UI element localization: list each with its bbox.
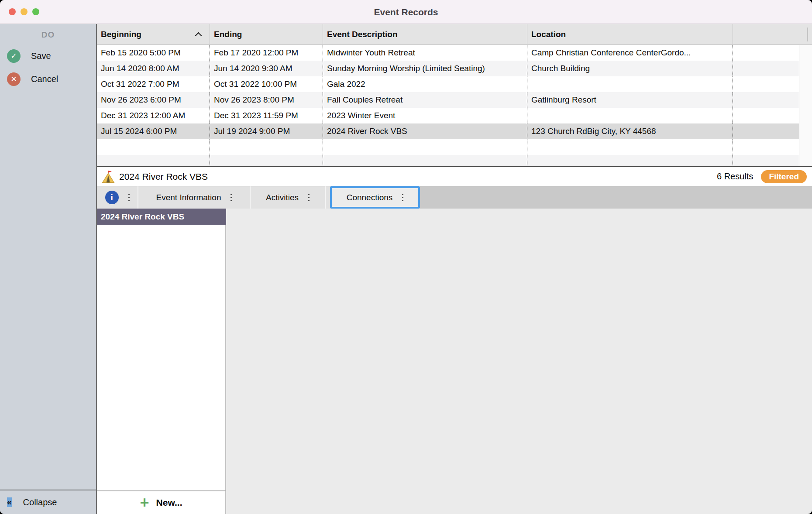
- vertical-scrollbar[interactable]: [799, 45, 812, 166]
- table-row[interactable]: Feb 15 2020 5:00 PM Feb 17 2020 12:00 PM…: [97, 45, 799, 61]
- results-count: 6 Results: [717, 171, 753, 182]
- cell-empty: [97, 155, 210, 166]
- vertical-dots-icon[interactable]: [308, 194, 310, 201]
- connections-panel: 2024 River Rock VBS + New...: [97, 209, 812, 514]
- cell-beginning: Oct 31 2022 7:00 PM: [97, 76, 210, 92]
- column-header-label: Event Description: [327, 30, 398, 39]
- cell-beginning: Jun 14 2020 8:00 AM: [97, 61, 210, 76]
- cell-event-description: Fall Couples Retreat: [323, 92, 527, 108]
- title-bar: Event Records: [0, 0, 812, 24]
- sidebar: DO ✓ Save ✕ Cancel « Collapse: [0, 24, 97, 514]
- related-records-portal: 2024 River Rock VBS + New...: [97, 209, 226, 514]
- column-header-beginning[interactable]: Beginning: [97, 24, 210, 45]
- table-header-row: Beginning Ending Event Description Locat…: [97, 24, 812, 45]
- save-button[interactable]: ✓ Save: [7, 49, 96, 63]
- table-row-empty: [97, 155, 799, 166]
- cell-empty: [210, 155, 323, 166]
- collapse-button-label: Collapse: [23, 497, 57, 507]
- cell-location: Camp Christian Conference CenterGordo...: [527, 45, 733, 61]
- cell-beginning: Feb 15 2020 5:00 PM: [97, 45, 210, 61]
- cell-event-description: 2023 Winter Event: [323, 108, 527, 123]
- cell-ending: Dec 31 2023 11:59 PM: [210, 108, 323, 123]
- vertical-dots-icon[interactable]: [402, 194, 403, 201]
- record-status-bar: 2024 River Rock VBS 6 Results Filtered: [97, 167, 812, 186]
- cell-empty: [733, 139, 799, 155]
- column-header-ending[interactable]: Ending: [210, 24, 323, 45]
- cell-empty: [733, 45, 799, 61]
- check-circle-icon: ✓: [7, 49, 21, 63]
- cell-ending: Oct 31 2022 10:00 PM: [210, 76, 323, 92]
- vertical-dots-icon[interactable]: [128, 194, 130, 201]
- table-row[interactable]: Nov 26 2023 6:00 PM Nov 26 2023 8:00 PM …: [97, 92, 799, 108]
- cancel-button[interactable]: ✕ Cancel: [7, 72, 96, 86]
- table-row-empty: [97, 139, 799, 155]
- collapse-button[interactable]: « Collapse: [0, 490, 96, 514]
- cell-empty: [323, 139, 527, 155]
- save-button-label: Save: [31, 51, 51, 61]
- content-area: Beginning Ending Event Description Locat…: [97, 24, 812, 514]
- column-header-location[interactable]: Location: [527, 24, 733, 45]
- cell-event-description: Sunday Morning Worship (Limited Seating): [323, 61, 527, 76]
- filtered-badge[interactable]: Filtered: [761, 170, 807, 183]
- cell-beginning: Nov 26 2023 6:00 PM: [97, 92, 210, 108]
- table-row-selected[interactable]: Jul 15 2024 6:00 PM Jul 19 2024 9:00 PM …: [97, 123, 799, 139]
- column-header-label: Ending: [214, 30, 242, 39]
- new-button-label: New...: [156, 497, 182, 508]
- cell-ending: Jul 19 2024 9:00 PM: [210, 123, 323, 139]
- cell-location: Gatlinburg Resort: [527, 92, 733, 108]
- tent-icon: [101, 170, 115, 183]
- tab-activities[interactable]: Activities: [251, 186, 326, 209]
- current-record-title: 2024 River Rock VBS: [119, 171, 208, 182]
- cell-empty: [323, 155, 527, 166]
- tab-strip: i Event Information Activities Connectio…: [97, 186, 420, 209]
- cell-empty: [210, 139, 323, 155]
- portal-header: 2024 River Rock VBS: [97, 209, 226, 225]
- cell-event-description: 2024 River Rock VBS: [323, 123, 527, 139]
- vertical-dots-icon[interactable]: [231, 194, 232, 201]
- cell-beginning: Dec 31 2023 12:00 AM: [97, 108, 210, 123]
- tab-connections-selected[interactable]: Connections: [330, 186, 420, 209]
- table-body: Feb 15 2020 5:00 PM Feb 17 2020 12:00 PM…: [97, 45, 812, 166]
- info-tab-button[interactable]: i: [97, 186, 138, 209]
- cell-location: [527, 108, 733, 123]
- portal-list[interactable]: [97, 225, 226, 490]
- scrollbar-top-icon: [807, 27, 808, 41]
- info-circle-icon: i: [105, 191, 119, 204]
- cell-ending: Jun 14 2020 9:30 AM: [210, 61, 323, 76]
- cell-empty: [733, 108, 799, 123]
- column-header-label: Location: [531, 30, 566, 39]
- cancel-button-label: Cancel: [31, 74, 58, 84]
- cell-ending: Nov 26 2023 8:00 PM: [210, 92, 323, 108]
- tab-bar: i Event Information Activities Connectio…: [97, 186, 812, 209]
- event-records-window: Event Records DO ✓ Save ✕ Cancel « Colla…: [0, 0, 812, 514]
- tab-event-information[interactable]: Event Information: [138, 186, 251, 209]
- table-row[interactable]: Dec 31 2023 12:00 AM Dec 31 2023 11:59 P…: [97, 108, 799, 123]
- sort-ascending-icon: [195, 32, 202, 39]
- cell-empty: [733, 155, 799, 166]
- x-circle-icon: ✕: [7, 72, 21, 86]
- double-chevron-left-icon: «: [7, 497, 12, 507]
- sidebar-section-label: DO: [0, 30, 96, 40]
- cell-beginning: Jul 15 2024 6:00 PM: [97, 123, 210, 139]
- cell-empty: [733, 76, 799, 92]
- cell-empty: [527, 155, 733, 166]
- cell-empty: [733, 92, 799, 108]
- cell-location: 123 Church RdBig City, KY 44568: [527, 123, 733, 139]
- column-header-event-description[interactable]: Event Description: [323, 24, 527, 45]
- tab-label: Activities: [266, 193, 299, 202]
- cell-ending: Feb 17 2020 12:00 PM: [210, 45, 323, 61]
- tab-label: Connections: [347, 193, 393, 202]
- column-header-label: Beginning: [101, 30, 141, 39]
- plus-icon: +: [140, 496, 149, 509]
- cell-location: Church Building: [527, 61, 733, 76]
- cell-location: [527, 76, 733, 92]
- cell-event-description: Midwinter Youth Retreat: [323, 45, 527, 61]
- cell-event-description: Gala 2022: [323, 76, 527, 92]
- table-row[interactable]: Jun 14 2020 8:00 AM Jun 14 2020 9:30 AM …: [97, 61, 799, 76]
- table-row[interactable]: Oct 31 2022 7:00 PM Oct 31 2022 10:00 PM…: [97, 76, 799, 92]
- cell-empty: [97, 139, 210, 155]
- window-title: Event Records: [0, 0, 812, 24]
- column-header-empty: [733, 24, 812, 45]
- event-table: Beginning Ending Event Description Locat…: [97, 24, 812, 167]
- new-record-button[interactable]: + New...: [97, 490, 226, 514]
